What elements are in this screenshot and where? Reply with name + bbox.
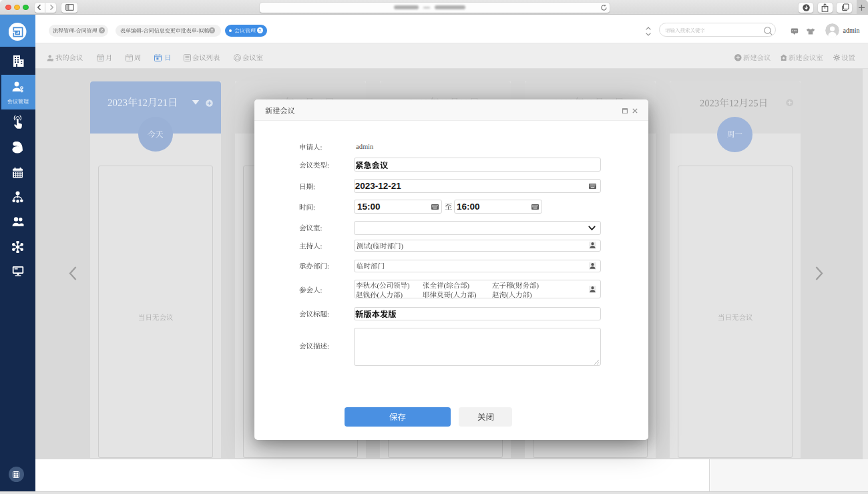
svg-text:30: 30 [98,57,102,60]
svg-text:7: 7 [128,57,130,60]
